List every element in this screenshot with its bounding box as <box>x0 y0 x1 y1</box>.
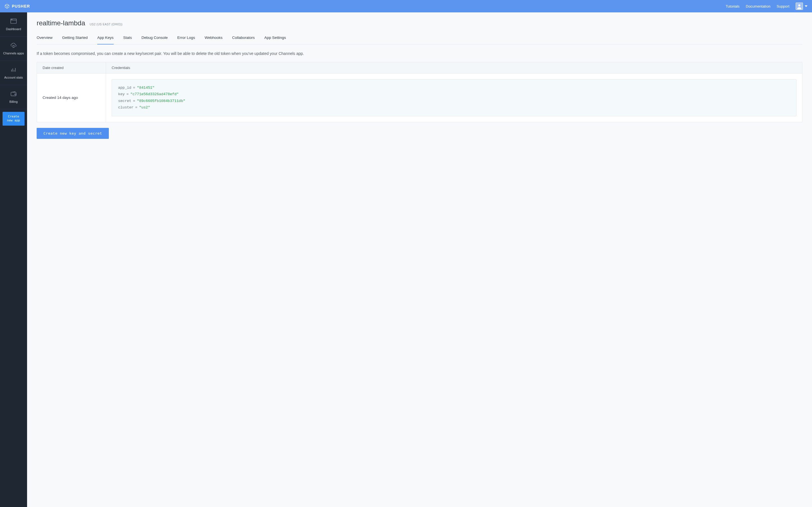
tab-stats[interactable]: Stats <box>123 36 132 44</box>
table-row: Created 14 days ago app_id="841451" key=… <box>37 73 802 122</box>
sidebar-item-account-stats[interactable]: Account stats <box>0 61 27 85</box>
tab-overview[interactable]: Overview <box>37 36 52 44</box>
nav-tutorials[interactable]: Tutorials <box>726 4 740 8</box>
credential-line-app-id: app_id="841451" <box>118 84 790 91</box>
page-title-row: realtime-lambda US2 (US EAST (OHIO)) <box>37 19 802 27</box>
credential-line-key: key="c771e56d3326ad478efd" <box>118 91 790 98</box>
credential-value: "841451" <box>137 86 154 90</box>
user-menu[interactable] <box>796 3 808 10</box>
header-nav: Tutorials Documentation Support <box>726 3 808 10</box>
app-keys-table: Date created Credentials Created 14 days… <box>37 62 802 122</box>
svg-point-2 <box>798 4 800 6</box>
col-header-date: Date created <box>37 62 106 73</box>
credential-line-cluster: cluster="us2" <box>118 104 790 111</box>
top-header: PUSHER Tutorials Documentation Support <box>0 0 812 12</box>
credential-value: "us2" <box>139 105 150 110</box>
credential-value: "c771e56d3326ad478efd" <box>130 92 179 96</box>
equals-sign: = <box>133 86 135 90</box>
equals-sign: = <box>126 92 129 96</box>
sidebar-item-label: Channels apps <box>3 52 24 55</box>
credential-key: cluster <box>118 105 134 110</box>
cloud-app-icon <box>10 43 17 49</box>
tab-getting-started[interactable]: Getting Started <box>62 36 88 44</box>
brand[interactable]: PUSHER <box>4 4 30 9</box>
svg-rect-14 <box>11 92 16 96</box>
create-new-key-button[interactable]: Create new key and secret <box>37 128 109 139</box>
tab-debug-console[interactable]: Debug Console <box>142 36 168 44</box>
tabs: Overview Getting Started App Keys Stats … <box>37 36 802 45</box>
tab-app-settings[interactable]: App Settings <box>264 36 286 44</box>
equals-sign: = <box>135 105 138 110</box>
tab-error-logs[interactable]: Error Logs <box>177 36 195 44</box>
pusher-logo-icon <box>4 4 10 9</box>
col-header-credentials: Credentials <box>106 62 802 73</box>
table-head: Date created Credentials <box>37 62 802 73</box>
wallet-icon <box>10 91 17 98</box>
svg-rect-8 <box>13 45 14 48</box>
sidebar: Dashboard Channels apps <box>0 12 27 507</box>
sidebar-create-app: Create new app <box>0 109 27 128</box>
cluster-badge: US2 (US EAST (OHIO)) <box>90 23 123 26</box>
sidebar-item-label: Account stats <box>4 76 23 79</box>
chevron-down-icon <box>805 4 808 8</box>
svg-marker-3 <box>805 5 808 7</box>
credential-value: "89c6605fb1084b3711db" <box>137 99 186 103</box>
dashboard-icon <box>10 18 17 25</box>
sidebar-item-billing[interactable]: Billing <box>0 85 27 109</box>
avatar-icon <box>796 3 803 10</box>
credential-key: app_id <box>118 86 132 90</box>
sidebar-item-label: Billing <box>9 100 17 103</box>
credential-line-secret: secret="89c6605fb1084b3711db" <box>118 98 790 104</box>
credentials-cell: app_id="841451" key="c771e56d3326ad478ef… <box>106 73 802 122</box>
svg-point-7 <box>12 19 12 19</box>
created-cell: Created 14 days ago <box>37 73 106 122</box>
credentials-code-block: app_id="841451" key="c771e56d3326ad478ef… <box>112 79 797 116</box>
nav-support[interactable]: Support <box>776 4 790 8</box>
equals-sign: = <box>133 99 135 103</box>
sidebar-item-dashboard[interactable]: Dashboard <box>0 12 27 37</box>
main-content: realtime-lambda US2 (US EAST (OHIO)) Ove… <box>27 12 812 507</box>
tab-app-keys[interactable]: App Keys <box>97 36 114 44</box>
helper-text: If a token becomes compromised, you can … <box>37 51 802 56</box>
nav-documentation[interactable]: Documentation <box>746 4 770 8</box>
credential-key: key <box>118 92 124 96</box>
create-new-app-button[interactable]: Create new app <box>3 112 24 126</box>
brand-text: PUSHER <box>12 4 30 8</box>
sidebar-item-channels-apps[interactable]: Channels apps <box>0 37 27 61</box>
page-title: realtime-lambda <box>37 19 85 27</box>
credential-key: secret <box>118 99 132 103</box>
tab-collaborators[interactable]: Collaborators <box>232 36 255 44</box>
tab-webhooks[interactable]: Webhooks <box>205 36 223 44</box>
stats-icon <box>10 67 17 73</box>
sidebar-item-label: Dashboard <box>6 27 21 31</box>
